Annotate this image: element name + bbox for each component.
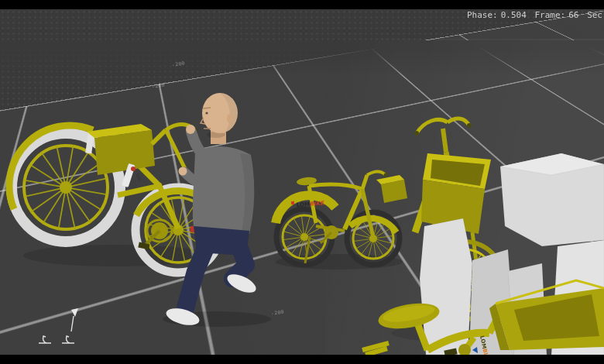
app-window: -200 -200 -200 -200: [0, 0, 604, 364]
scene-render: LOMBIKE LOMBIKE: [0, 0, 604, 364]
phase-label: Phase:: [467, 10, 498, 20]
phase-value: 0.504: [501, 10, 527, 20]
hud-status: Phase:0.504 Frame:66 Sec: [464, 10, 602, 20]
bike-brand-decal: LOMBIKE: [297, 200, 325, 208]
bike-brand-decal: LOM: [136, 173, 141, 181]
letterbox-top: [0, 0, 604, 9]
time-unit-label: Sec: [587, 10, 602, 20]
axis-gizmo-icon[interactable]: [39, 308, 78, 343]
frame-label: Frame:: [535, 10, 566, 20]
character-walking[interactable]: [164, 93, 259, 328]
letterbox-bottom: [0, 355, 604, 364]
frame-value: 66: [568, 10, 578, 20]
bike-middle[interactable]: LOMBIKE: [276, 172, 407, 266]
